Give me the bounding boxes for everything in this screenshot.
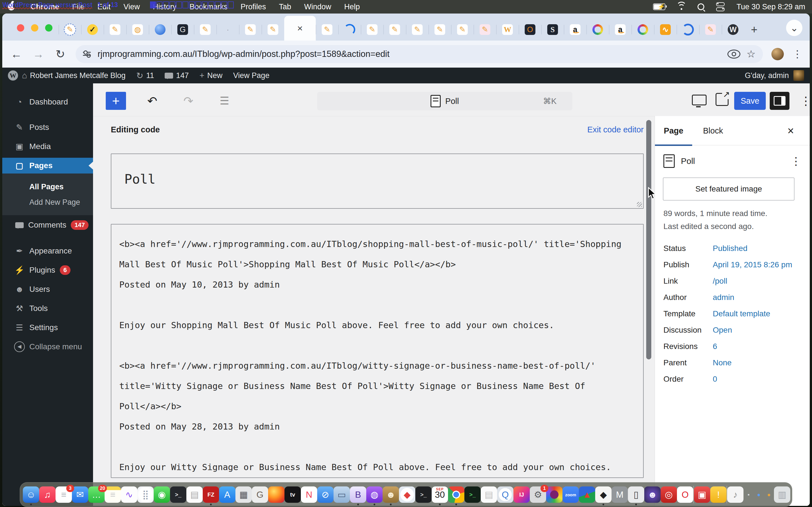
dock-mini-window-3[interactable]: ● (764, 490, 774, 500)
tab-pencil-pink[interactable]: ✎ (474, 18, 496, 41)
sidebar-item-pages[interactable]: ▢Pages (2, 158, 93, 173)
dock-white-shape-app[interactable]: M (612, 487, 628, 503)
comments-link[interactable]: 147 (165, 71, 189, 80)
tab-sbs[interactable]: ∿ (654, 18, 677, 41)
dock-quicktime[interactable]: Q (497, 487, 513, 503)
dock-clipboard-music[interactable]: ♪ (727, 487, 744, 503)
site-settings-icon[interactable] (83, 50, 91, 58)
resize-handle[interactable] (637, 202, 642, 207)
dock-chrome[interactable] (448, 487, 464, 503)
back-button[interactable]: ← (10, 48, 23, 61)
tab-pencil[interactable]: ✎ (316, 18, 338, 41)
tab-o[interactable]: O (519, 18, 541, 41)
dock-intellij[interactable]: IJ (513, 487, 530, 503)
set-featured-image-button[interactable]: Set featured image (663, 177, 795, 201)
tab-amazon[interactable]: a (609, 18, 631, 41)
tab-page[interactable]: Page (655, 116, 692, 145)
dock-contacts[interactable]: ☻ (383, 487, 399, 503)
tab-wiki[interactable]: W (496, 18, 519, 41)
dock-gimp[interactable]: G (252, 487, 268, 503)
dock-triangle-app[interactable]: ▲ (579, 487, 595, 503)
tab-ring[interactable] (631, 18, 654, 41)
tab-pencil-pink[interactable]: ✎ (699, 18, 722, 41)
reading-mode-icon[interactable] (727, 50, 741, 59)
field-value-link[interactable]: Open (713, 326, 732, 335)
dock-bbedit[interactable]: B (350, 487, 366, 503)
tab-search-chevron-icon[interactable]: ⌄ (786, 20, 802, 36)
tab-pencil[interactable]: ✎ (262, 18, 284, 41)
dock-apple-tv[interactable]: tv (285, 487, 301, 503)
field-value-link[interactable]: /poll (713, 277, 727, 286)
sidebar-item-users[interactable]: ☻Users (2, 281, 93, 297)
dock-finder[interactable]: ☺ (23, 487, 39, 503)
field-value-link[interactable]: April 19, 2015 8:26 pm (713, 260, 792, 269)
address-bar[interactable]: rjmprogramming.com.au/ITblog/wp-admin/po… (75, 45, 763, 63)
dock-filezilla[interactable]: FZ (203, 487, 219, 503)
menu-window[interactable]: Window (304, 3, 331, 11)
tab-block[interactable]: Block (696, 116, 730, 145)
browser-menu-icon[interactable]: ⋮ (792, 50, 802, 58)
redo-button[interactable]: ↷ (179, 92, 197, 110)
tab-swirl[interactable]: ◍ (126, 18, 149, 41)
wordpress-logo-icon[interactable]: W (8, 70, 18, 80)
dock-reminders[interactable]: 3≡ (56, 487, 72, 503)
list-view-button[interactable]: ☰ (215, 92, 234, 110)
field-value-link[interactable]: 6 (713, 342, 717, 351)
editor-options-icon[interactable]: ⋮ (797, 92, 810, 110)
admin-greeting[interactable]: G'day, admin (745, 71, 789, 80)
dock-inkscape[interactable]: ◆ (595, 487, 612, 503)
submenu-item-add-new-page[interactable]: Add New Page (2, 194, 93, 210)
new-tab-button[interactable]: + (744, 18, 764, 41)
tab-arc-big[interactable] (677, 18, 699, 41)
profile-avatar[interactable] (771, 48, 784, 60)
tab-amazon[interactable]: a (564, 18, 587, 41)
dock-zoom[interactable]: zoom (562, 487, 579, 503)
command-center-button[interactable]: Poll ⌘K (317, 92, 572, 110)
dock-document[interactable]: ▤ (481, 487, 497, 503)
dock-calendar[interactable]: SEP30 (432, 487, 448, 503)
menu-profiles[interactable]: Profiles (241, 3, 266, 11)
dock-news[interactable]: N (301, 487, 317, 503)
dock-music[interactable]: ♫ (39, 487, 56, 503)
zoom-window-button[interactable] (45, 24, 52, 32)
save-button[interactable]: Save (734, 92, 766, 110)
field-value-link[interactable]: admin (713, 293, 734, 302)
close-panel-icon[interactable]: × (788, 124, 794, 137)
sidebar-item-comments[interactable]: Comments147 (2, 217, 93, 233)
sidebar-item-posts[interactable]: ✎Posts (2, 119, 93, 135)
updates-link[interactable]: ↻ 11 (136, 71, 154, 80)
block-inserter-button[interactable]: + (106, 92, 126, 110)
tab-pencil[interactable]: ✎ (428, 18, 451, 41)
post-content-textarea[interactable]: <b><a href='//www.rjmprogramming.com.au/… (111, 224, 644, 478)
dock-keypad[interactable]: ▦ (236, 487, 252, 503)
dock-textedit[interactable]: ▤ (186, 487, 203, 503)
sidebar-item-dashboard[interactable]: ◔Dashboard (2, 94, 93, 110)
tab-wpdark[interactable]: W (722, 18, 744, 41)
field-value-link[interactable]: 0 (713, 375, 717, 384)
menu-tab[interactable]: Tab (279, 3, 291, 11)
dock-photos-stack[interactable]: ▣ (694, 487, 710, 503)
site-link[interactable]: ⌂ Robert James Metcalfe Blog (22, 71, 125, 80)
wifi-icon[interactable] (677, 3, 686, 10)
post-title-textarea[interactable]: Poll (111, 154, 644, 209)
minimize-window-button[interactable] (31, 24, 38, 32)
dock-app-store[interactable]: A (219, 487, 236, 503)
sidebar-item-tools[interactable]: ⚒Tools (2, 300, 93, 316)
field-value-link[interactable]: Published (713, 244, 748, 253)
panel-options-icon[interactable]: ⋮ (791, 155, 801, 167)
tab-active[interactable]: × (284, 16, 316, 41)
close-window-button[interactable] (17, 24, 24, 32)
sidebar-item-appearance[interactable]: ✒Appearance (2, 243, 93, 259)
dock-terminal[interactable]: >_ (170, 487, 186, 503)
tab-arc[interactable] (338, 18, 361, 41)
tab-pencil[interactable]: ✎ (451, 18, 474, 41)
tab-pencil[interactable]: ✎ (384, 18, 406, 41)
tab-pencil[interactable]: ✎ (361, 18, 384, 41)
submenu-item-all-pages[interactable]: All Pages (2, 179, 93, 194)
field-value-link[interactable]: None (713, 358, 732, 367)
exit-code-editor-link[interactable]: Exit code editor (587, 125, 644, 134)
dock-facetime[interactable]: ◉ (154, 487, 170, 503)
tab-pencil[interactable]: ✎ (194, 18, 216, 41)
dock-terminal-3[interactable]: >_ (464, 487, 481, 503)
sidebar-item-settings[interactable]: ☰Settings (2, 320, 93, 335)
